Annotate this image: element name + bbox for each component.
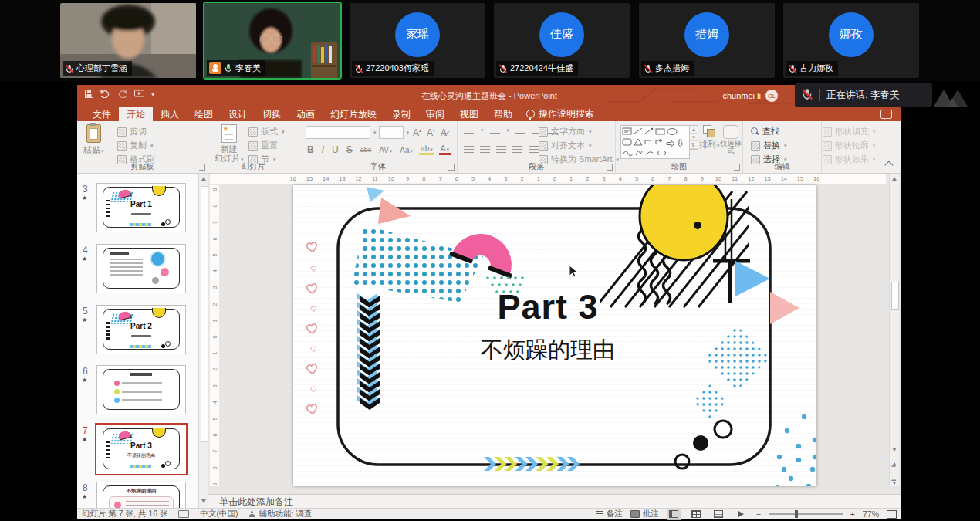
scrollbar-thumb[interactable] — [891, 282, 899, 310]
change-case-button[interactable]: Aa▾ — [398, 146, 414, 154]
arrange-button[interactable]: 排列▾ — [699, 125, 720, 151]
numbering-icon[interactable] — [490, 127, 500, 134]
slide-thumbnail-4[interactable] — [97, 245, 185, 293]
shadow-button[interactable]: abc — [359, 146, 373, 154]
copy-button[interactable]: 复制▾ — [117, 140, 155, 151]
font-size-select[interactable] — [379, 126, 404, 139]
slide-thumbnail-6[interactable] — [97, 366, 185, 414]
bold-button[interactable]: B — [306, 144, 316, 155]
tab-录制[interactable]: 录制 — [384, 107, 418, 121]
columns-icon[interactable] — [529, 146, 539, 154]
account-info[interactable]: chunmei li CL — [722, 85, 778, 107]
underline-button[interactable]: U — [330, 144, 340, 155]
paragraph-dialog-launcher[interactable] — [607, 164, 613, 171]
shape-gallery[interactable] — [620, 125, 690, 159]
font-dialog-launcher[interactable] — [448, 164, 455, 171]
tab-动画[interactable]: 动画 — [289, 107, 323, 121]
font-color-button[interactable]: A▾ — [439, 144, 451, 155]
find-button[interactable]: 查找 — [751, 126, 787, 137]
reading-view-button[interactable] — [711, 509, 726, 520]
tab-帮助[interactable]: 帮助 — [486, 107, 520, 121]
italic-button[interactable]: I — [320, 144, 326, 155]
zoom-slider[interactable] — [769, 513, 843, 515]
zoom-in-button[interactable]: + — [850, 509, 855, 519]
shape-gallery-scroll[interactable]: ▲▼⊽ — [689, 125, 698, 150]
participant-tile[interactable]: 心理部丁雪涵 — [60, 3, 196, 78]
tab-开始[interactable]: 开始 — [119, 107, 153, 121]
notes-toggle[interactable]: 备注 — [596, 509, 623, 519]
zoom-slider-thumb[interactable] — [795, 510, 798, 518]
quick-styles-button[interactable]: 快速样式 — [720, 125, 742, 154]
slide-thumbnail-3[interactable]: Part 1 — [97, 184, 185, 232]
scroll-up-icon[interactable] — [201, 177, 206, 181]
layout-button[interactable]: 版式▾ — [248, 126, 285, 137]
participant-tile[interactable]: 家瑶 27220403何家瑶 — [350, 3, 485, 78]
drawing-dialog-launcher[interactable] — [734, 164, 740, 171]
thumbnail-scrollbar[interactable] — [199, 174, 208, 508]
scroll-down-icon[interactable] — [201, 499, 206, 503]
zoom-out-button[interactable]: − — [756, 509, 761, 519]
clipboard-dialog-launcher[interactable] — [199, 164, 205, 171]
slide-thumbnail-8[interactable]: 不烦躁的理由 — [97, 482, 185, 508]
normal-view-button[interactable] — [667, 509, 681, 520]
display-settings-icon[interactable] — [178, 510, 189, 518]
tab-文件[interactable]: 文件 — [85, 107, 119, 121]
scroll-down-icon[interactable] — [892, 448, 897, 452]
align-left-icon[interactable] — [464, 146, 474, 154]
align-center-icon[interactable] — [480, 146, 490, 154]
tab-绘图[interactable]: 绘图 — [187, 107, 221, 121]
participant-tile[interactable]: 李春美 — [204, 3, 340, 78]
slide-title[interactable]: Part 3 — [401, 287, 694, 327]
language-status[interactable]: 中文(中国) — [200, 509, 238, 519]
tab-切换[interactable]: 切换 — [255, 107, 289, 121]
participant-tile[interactable]: 佳盛 27220424牛佳盛 — [494, 3, 630, 78]
zoom-percentage[interactable]: 77% — [863, 509, 879, 519]
slide-subtitle[interactable]: 不烦躁的理由 — [401, 335, 694, 366]
comments-toggle[interactable]: 批注 — [630, 509, 659, 519]
shape-effects-button[interactable]: 形状效果▾ — [823, 154, 876, 165]
bullets-icon[interactable] — [464, 127, 474, 134]
slide-thumbnail-7[interactable]: Part 3不烦躁的理由 — [97, 425, 185, 473]
participant-tile[interactable]: 娜孜 古力娜孜 — [783, 3, 919, 78]
scroll-up-icon[interactable] — [892, 177, 897, 181]
slide-thumbnail-5[interactable]: Part 2 — [97, 306, 185, 354]
previous-slide-button[interactable]: ▲▔ — [892, 461, 897, 472]
editor-scrollbar[interactable]: ▲▔ ▁▼ — [889, 174, 899, 486]
decrease-font-icon[interactable]: A▾ — [425, 127, 437, 138]
decrease-indent-icon[interactable] — [515, 127, 525, 134]
tab-审阅[interactable]: 审阅 — [418, 107, 452, 121]
highlight-color-button[interactable]: ab▾ — [419, 144, 434, 155]
tab-幻灯片放映[interactable]: 幻灯片放映 — [323, 107, 384, 121]
tab-插入[interactable]: 插入 — [153, 107, 187, 121]
next-slide-button[interactable]: ▁▼ — [892, 475, 897, 485]
strikethrough-button[interactable]: S — [345, 144, 354, 155]
tab-设计[interactable]: 设计 — [221, 107, 255, 121]
reset-button[interactable]: 重置 — [248, 140, 285, 151]
scrollbar-thumb[interactable] — [201, 186, 208, 442]
shape-outline-button[interactable]: 形状轮廓▾ — [823, 140, 876, 151]
accessibility-status[interactable]: 辅助功能: 调查 — [248, 509, 312, 519]
tell-me-search[interactable]: 操作说明搜索 — [520, 107, 600, 121]
new-slide-button[interactable]: 新建幻灯片▾ — [215, 124, 244, 163]
align-right-icon[interactable] — [496, 146, 506, 154]
comments-bubble-icon[interactable] — [880, 110, 892, 119]
slide-canvas[interactable]: Part 3 不烦躁的理由 — [293, 185, 816, 486]
align-text-button[interactable]: 对齐文本▾ — [539, 140, 619, 151]
slideshow-view-button[interactable] — [734, 509, 749, 520]
fit-to-window-icon[interactable] — [887, 510, 897, 519]
slide-sorter-view-button[interactable] — [689, 509, 704, 520]
text-direction-button[interactable]: 文字方向▾ — [539, 126, 619, 137]
font-name-select[interactable] — [306, 126, 370, 139]
tab-视图[interactable]: 视图 — [452, 107, 486, 121]
shape-fill-button[interactable]: 形状填充▾ — [823, 126, 876, 137]
collapse-ribbon-icon[interactable] — [884, 161, 893, 169]
clear-format-icon[interactable]: A̷ — [439, 127, 448, 138]
char-spacing-button[interactable]: AV▾ — [377, 146, 394, 154]
paste-button[interactable]: 粘贴▾ — [83, 124, 104, 156]
participant-tile[interactable]: 措姆 多杰措姆 — [639, 3, 775, 78]
replace-button[interactable]: 替换▾ — [751, 140, 787, 151]
notes-pane[interactable]: 单击此处添加备注 — [208, 494, 901, 508]
cut-button[interactable]: 剪切 — [117, 126, 155, 137]
justify-icon[interactable] — [512, 146, 522, 154]
increase-font-icon[interactable]: A▴ — [411, 127, 423, 138]
